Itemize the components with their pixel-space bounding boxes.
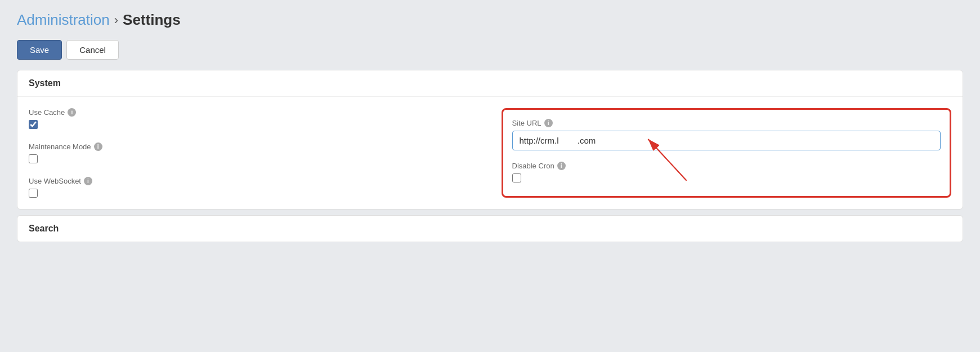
breadcrumb-admin[interactable]: Administration (17, 11, 110, 29)
system-panel: System Use Cache i Maintenance (17, 70, 963, 210)
use-cache-info-icon[interactable]: i (68, 108, 76, 117)
site-url-info-icon[interactable]: i (544, 119, 553, 127)
cancel-button[interactable]: Cancel (66, 40, 119, 60)
toolbar: Save Cancel (17, 40, 963, 60)
site-url-input[interactable] (512, 131, 941, 150)
disable-cron-info-icon[interactable]: i (557, 162, 566, 170)
system-panel-title: System (17, 70, 963, 97)
breadcrumb-separator: › (114, 13, 118, 28)
breadcrumb-current: Settings (123, 11, 181, 29)
search-panel-title: Search (17, 216, 963, 242)
use-cache-field: Use Cache i (29, 108, 479, 129)
breadcrumb: Administration › Settings (17, 11, 963, 29)
use-cache-label: Use Cache i (29, 108, 479, 117)
use-websocket-label: Use WebSocket i (29, 177, 479, 185)
maintenance-mode-label: Maintenance Mode i (29, 142, 479, 151)
disable-cron-label: Disable Cron i (512, 162, 941, 170)
site-url-field: Site URL i (512, 119, 941, 150)
maintenance-mode-info-icon[interactable]: i (94, 142, 102, 151)
use-websocket-checkbox-wrapper (29, 189, 479, 198)
maintenance-mode-checkbox[interactable] (29, 154, 38, 163)
use-websocket-checkbox[interactable] (29, 189, 38, 198)
maintenance-mode-checkbox-wrapper (29, 154, 479, 163)
use-cache-checkbox[interactable] (29, 120, 38, 129)
disable-cron-checkbox-wrapper (512, 173, 941, 182)
use-cache-checkbox-wrapper (29, 120, 479, 129)
save-button[interactable]: Save (17, 40, 62, 60)
site-url-label: Site URL i (512, 119, 941, 127)
maintenance-mode-field: Maintenance Mode i (29, 142, 479, 163)
disable-cron-checkbox[interactable] (512, 173, 521, 182)
search-panel: Search (17, 215, 963, 242)
disable-cron-field: Disable Cron i (512, 162, 941, 182)
use-websocket-field: Use WebSocket i (29, 177, 479, 198)
right-column: Site URL i Disable Cron i (502, 108, 952, 198)
use-websocket-info-icon[interactable]: i (84, 177, 92, 185)
left-column: Use Cache i Maintenance Mode i (29, 108, 479, 198)
